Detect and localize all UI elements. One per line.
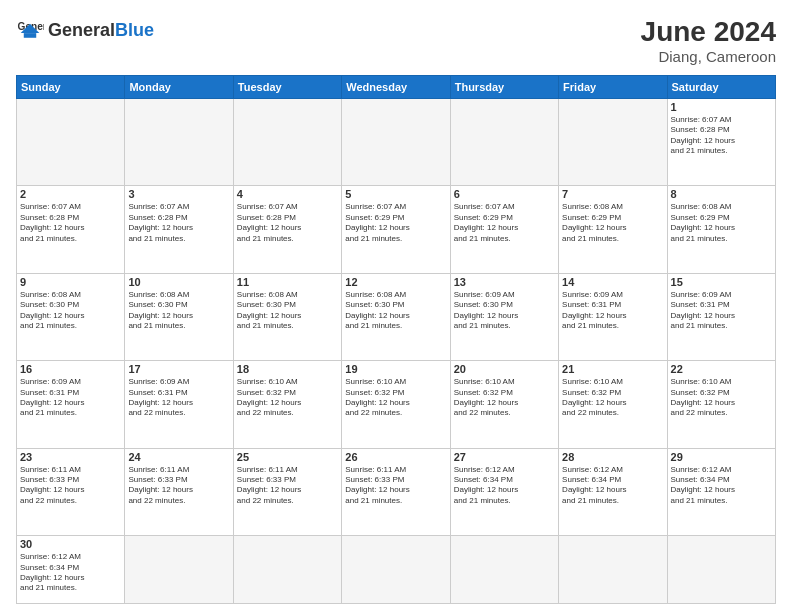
day-info: Sunrise: 6:08 AMSunset: 6:30 PMDaylight:… [20, 290, 121, 332]
calendar-subtitle: Diang, Cameroon [641, 48, 776, 65]
calendar-cell: 16Sunrise: 6:09 AMSunset: 6:31 PMDayligh… [17, 361, 125, 448]
calendar-cell: 22Sunrise: 6:10 AMSunset: 6:32 PMDayligh… [667, 361, 775, 448]
day-number: 6 [454, 188, 555, 200]
calendar-cell: 29Sunrise: 6:12 AMSunset: 6:34 PMDayligh… [667, 448, 775, 535]
weekday-header-saturday: Saturday [667, 76, 775, 99]
day-info: Sunrise: 6:08 AMSunset: 6:29 PMDaylight:… [671, 202, 772, 244]
calendar-cell [233, 99, 341, 186]
day-number: 27 [454, 451, 555, 463]
calendar-cell: 15Sunrise: 6:09 AMSunset: 6:31 PMDayligh… [667, 273, 775, 360]
calendar-cell: 23Sunrise: 6:11 AMSunset: 6:33 PMDayligh… [17, 448, 125, 535]
day-number: 3 [128, 188, 229, 200]
day-number: 30 [20, 538, 121, 550]
day-info: Sunrise: 6:09 AMSunset: 6:31 PMDaylight:… [671, 290, 772, 332]
day-number: 23 [20, 451, 121, 463]
calendar-title: June 2024 [641, 16, 776, 48]
weekday-header-tuesday: Tuesday [233, 76, 341, 99]
day-number: 19 [345, 363, 446, 375]
day-info: Sunrise: 6:10 AMSunset: 6:32 PMDaylight:… [671, 377, 772, 419]
calendar-cell: 24Sunrise: 6:11 AMSunset: 6:33 PMDayligh… [125, 448, 233, 535]
calendar-cell: 9Sunrise: 6:08 AMSunset: 6:30 PMDaylight… [17, 273, 125, 360]
calendar-cell: 10Sunrise: 6:08 AMSunset: 6:30 PMDayligh… [125, 273, 233, 360]
calendar-week-row: 9Sunrise: 6:08 AMSunset: 6:30 PMDaylight… [17, 273, 776, 360]
calendar-week-row: 23Sunrise: 6:11 AMSunset: 6:33 PMDayligh… [17, 448, 776, 535]
day-number: 21 [562, 363, 663, 375]
day-number: 25 [237, 451, 338, 463]
day-number: 16 [20, 363, 121, 375]
page: General GeneralBlue June 2024 Diang, Cam… [0, 0, 792, 612]
calendar-cell: 5Sunrise: 6:07 AMSunset: 6:29 PMDaylight… [342, 186, 450, 273]
day-info: Sunrise: 6:12 AMSunset: 6:34 PMDaylight:… [562, 465, 663, 507]
day-info: Sunrise: 6:11 AMSunset: 6:33 PMDaylight:… [345, 465, 446, 507]
calendar-cell: 17Sunrise: 6:09 AMSunset: 6:31 PMDayligh… [125, 361, 233, 448]
day-number: 2 [20, 188, 121, 200]
calendar-cell: 20Sunrise: 6:10 AMSunset: 6:32 PMDayligh… [450, 361, 558, 448]
day-info: Sunrise: 6:12 AMSunset: 6:34 PMDaylight:… [20, 552, 121, 594]
svg-rect-2 [24, 33, 36, 38]
generalblue-logo-icon: General [16, 16, 44, 44]
day-info: Sunrise: 6:09 AMSunset: 6:31 PMDaylight:… [20, 377, 121, 419]
calendar-cell [342, 536, 450, 604]
day-number: 24 [128, 451, 229, 463]
calendar-cell [559, 536, 667, 604]
calendar-week-row: 30Sunrise: 6:12 AMSunset: 6:34 PMDayligh… [17, 536, 776, 604]
day-number: 4 [237, 188, 338, 200]
day-info: Sunrise: 6:07 AMSunset: 6:29 PMDaylight:… [345, 202, 446, 244]
calendar-cell: 14Sunrise: 6:09 AMSunset: 6:31 PMDayligh… [559, 273, 667, 360]
day-number: 10 [128, 276, 229, 288]
title-block: June 2024 Diang, Cameroon [641, 16, 776, 65]
day-info: Sunrise: 6:08 AMSunset: 6:30 PMDaylight:… [237, 290, 338, 332]
calendar-cell: 26Sunrise: 6:11 AMSunset: 6:33 PMDayligh… [342, 448, 450, 535]
logo-text: GeneralBlue [48, 20, 154, 40]
day-info: Sunrise: 6:08 AMSunset: 6:30 PMDaylight:… [128, 290, 229, 332]
weekday-header-row: SundayMondayTuesdayWednesdayThursdayFrid… [17, 76, 776, 99]
day-info: Sunrise: 6:07 AMSunset: 6:28 PMDaylight:… [671, 115, 772, 157]
day-number: 7 [562, 188, 663, 200]
logo: General GeneralBlue [16, 16, 154, 44]
day-info: Sunrise: 6:09 AMSunset: 6:31 PMDaylight:… [128, 377, 229, 419]
calendar-cell: 7Sunrise: 6:08 AMSunset: 6:29 PMDaylight… [559, 186, 667, 273]
day-number: 22 [671, 363, 772, 375]
day-number: 28 [562, 451, 663, 463]
day-number: 26 [345, 451, 446, 463]
calendar-cell [450, 536, 558, 604]
day-number: 15 [671, 276, 772, 288]
calendar-cell [667, 536, 775, 604]
calendar-week-row: 2Sunrise: 6:07 AMSunset: 6:28 PMDaylight… [17, 186, 776, 273]
day-number: 9 [20, 276, 121, 288]
calendar-cell: 6Sunrise: 6:07 AMSunset: 6:29 PMDaylight… [450, 186, 558, 273]
day-number: 1 [671, 101, 772, 113]
day-info: Sunrise: 6:09 AMSunset: 6:30 PMDaylight:… [454, 290, 555, 332]
weekday-header-sunday: Sunday [17, 76, 125, 99]
calendar-cell: 28Sunrise: 6:12 AMSunset: 6:34 PMDayligh… [559, 448, 667, 535]
day-info: Sunrise: 6:09 AMSunset: 6:31 PMDaylight:… [562, 290, 663, 332]
calendar-cell: 4Sunrise: 6:07 AMSunset: 6:28 PMDaylight… [233, 186, 341, 273]
weekday-header-friday: Friday [559, 76, 667, 99]
day-number: 14 [562, 276, 663, 288]
calendar-cell: 19Sunrise: 6:10 AMSunset: 6:32 PMDayligh… [342, 361, 450, 448]
calendar-cell: 18Sunrise: 6:10 AMSunset: 6:32 PMDayligh… [233, 361, 341, 448]
day-number: 8 [671, 188, 772, 200]
calendar-table: SundayMondayTuesdayWednesdayThursdayFrid… [16, 75, 776, 604]
day-info: Sunrise: 6:10 AMSunset: 6:32 PMDaylight:… [345, 377, 446, 419]
calendar-cell: 12Sunrise: 6:08 AMSunset: 6:30 PMDayligh… [342, 273, 450, 360]
day-number: 5 [345, 188, 446, 200]
weekday-header-wednesday: Wednesday [342, 76, 450, 99]
calendar-cell [17, 99, 125, 186]
day-number: 20 [454, 363, 555, 375]
day-info: Sunrise: 6:08 AMSunset: 6:30 PMDaylight:… [345, 290, 446, 332]
day-info: Sunrise: 6:10 AMSunset: 6:32 PMDaylight:… [237, 377, 338, 419]
header: General GeneralBlue June 2024 Diang, Cam… [16, 16, 776, 65]
day-info: Sunrise: 6:07 AMSunset: 6:28 PMDaylight:… [128, 202, 229, 244]
calendar-cell [342, 99, 450, 186]
day-info: Sunrise: 6:11 AMSunset: 6:33 PMDaylight:… [128, 465, 229, 507]
calendar-cell: 30Sunrise: 6:12 AMSunset: 6:34 PMDayligh… [17, 536, 125, 604]
day-number: 29 [671, 451, 772, 463]
calendar-cell [233, 536, 341, 604]
calendar-cell: 8Sunrise: 6:08 AMSunset: 6:29 PMDaylight… [667, 186, 775, 273]
calendar-cell: 21Sunrise: 6:10 AMSunset: 6:32 PMDayligh… [559, 361, 667, 448]
day-info: Sunrise: 6:10 AMSunset: 6:32 PMDaylight:… [562, 377, 663, 419]
day-info: Sunrise: 6:12 AMSunset: 6:34 PMDaylight:… [454, 465, 555, 507]
day-info: Sunrise: 6:08 AMSunset: 6:29 PMDaylight:… [562, 202, 663, 244]
day-info: Sunrise: 6:07 AMSunset: 6:29 PMDaylight:… [454, 202, 555, 244]
